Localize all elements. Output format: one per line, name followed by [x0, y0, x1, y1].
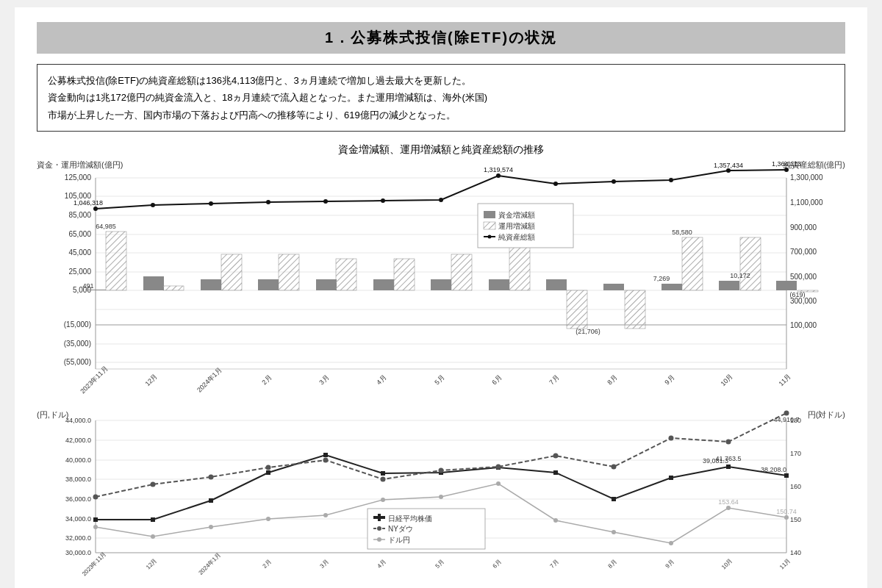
dollar-dot-3 [266, 517, 270, 521]
svg-text:36,000.0: 36,000.0 [65, 495, 91, 503]
shisan-bar-12 [776, 281, 797, 290]
svg-text:150.74: 150.74 [776, 508, 797, 515]
nydow-dot-7 [496, 465, 501, 470]
svg-text:44,000.0: 44,000.0 [65, 417, 91, 424]
svg-text:42,000.0: 42,000.0 [65, 437, 91, 444]
unyou-bar-2 [221, 254, 242, 290]
svg-text:500,000: 500,000 [790, 273, 817, 281]
svg-text:900,000: 900,000 [790, 223, 817, 232]
dollar-dot-7 [496, 481, 501, 486]
svg-text:1,100,000: 1,100,000 [790, 198, 823, 207]
svg-text:6月: 6月 [492, 559, 503, 570]
svg-text:65,000: 65,000 [68, 230, 91, 238]
svg-text:1,357,434: 1,357,434 [714, 162, 743, 169]
svg-text:1,046,318: 1,046,318 [74, 199, 103, 207]
nydow-dot-9 [612, 465, 617, 470]
svg-text:運用増減額: 運用増減額 [498, 222, 535, 230]
shisan-bar-9 [603, 284, 624, 290]
svg-text:12月: 12月 [145, 557, 158, 570]
svg-text:日経平均株価: 日経平均株価 [388, 514, 432, 523]
svg-text:85,000: 85,000 [68, 211, 91, 219]
svg-text:9月: 9月 [663, 374, 675, 387]
dollar-dot-10 [669, 541, 673, 545]
dollar-dot-0 [93, 525, 98, 529]
shisan-bar-11 [719, 281, 739, 290]
svg-text:8月: 8月 [606, 374, 618, 387]
svg-text:10月: 10月 [720, 557, 734, 570]
svg-text:12月: 12月 [144, 373, 159, 388]
svg-text:NYダウ: NYダウ [388, 525, 413, 533]
shisan-bar-1 [143, 276, 164, 290]
chart2-section: (円,ドル) 円(対ドル) [37, 409, 845, 586]
svg-text:125,000: 125,000 [65, 173, 92, 182]
dot-10 [669, 178, 673, 182]
unyou-bar-4 [336, 259, 356, 290]
nikkei-sq-4 [323, 453, 328, 457]
svg-text:491: 491 [82, 282, 93, 290]
svg-point-98 [377, 526, 381, 531]
svg-rect-55 [484, 211, 495, 218]
svg-text:資金増減額: 資金増減額 [498, 211, 535, 219]
nydow-dot-2 [209, 475, 214, 480]
page: 1．公募株式投信(除ETF)の状況 公募株式投信(除ETF)の純資産総額は136… [15, 7, 867, 588]
dollar-dot-9 [612, 530, 616, 534]
svg-text:1,364,113: 1,364,113 [772, 160, 801, 168]
dollar-dot-6 [439, 495, 443, 499]
nikkei-sq-1 [151, 517, 155, 522]
svg-text:8月: 8月 [607, 559, 618, 570]
svg-text:10,172: 10,172 [730, 272, 750, 279]
svg-text:3月: 3月 [318, 374, 330, 387]
svg-text:1,319,574: 1,319,574 [484, 166, 513, 173]
svg-text:170: 170 [790, 450, 801, 457]
nikkei-sq-3 [266, 470, 270, 475]
dot-7 [496, 173, 501, 178]
unyou-bar-3 [279, 254, 299, 290]
junjisan-line [96, 170, 786, 209]
shisan-bar-10 [662, 284, 682, 290]
nikkei-sq-10 [669, 476, 673, 480]
svg-text:25,000: 25,000 [68, 268, 91, 276]
dollar-dot-8 [553, 518, 558, 523]
shisan-bar-7 [489, 279, 509, 290]
dollar-dot-5 [381, 498, 385, 502]
dollar-dot-4 [323, 513, 328, 517]
svg-text:ドル円: ドル円 [388, 536, 410, 544]
dot-2 [209, 201, 213, 206]
dollar-dot-11 [726, 506, 731, 510]
svg-text:3月: 3月 [319, 559, 330, 570]
svg-text:(35,000): (35,000) [64, 340, 91, 348]
unyou-bar-9 [625, 290, 645, 329]
chart1-container: 125,000 105,000 85,000 65,000 45,000 25,… [37, 159, 845, 395]
svg-text:38,000.0: 38,000.0 [65, 476, 91, 483]
svg-text:45,000: 45,000 [68, 248, 91, 257]
svg-text:(21,706): (21,706) [576, 328, 600, 335]
svg-text:(619): (619) [789, 291, 805, 298]
svg-point-101 [377, 537, 381, 542]
nydow-dot-11 [726, 440, 731, 445]
nydow-dot-10 [669, 436, 674, 441]
nydow-dot-4 [323, 458, 329, 463]
nikkei-sq-5 [381, 471, 385, 476]
dot-4 [323, 199, 328, 204]
svg-text:150: 150 [790, 516, 801, 523]
dollar-dot-12 [784, 515, 789, 520]
summary-box: 公募株式投信(除ETF)の純資産総額は136兆4,113億円と、3ヵ月連続で増加… [37, 64, 845, 132]
chart1-section: 資金増減額、運用増減額と純資産総額の推移 資金・運用増減額(億円) 純資産総額(… [37, 143, 845, 395]
svg-text:10月: 10月 [720, 373, 735, 388]
svg-text:11月: 11月 [778, 373, 793, 388]
nydow-dot-3 [266, 465, 271, 470]
svg-text:7月: 7月 [548, 374, 560, 387]
dot-0 [93, 207, 98, 211]
svg-text:4月: 4月 [375, 374, 387, 387]
shisan-bar-5 [373, 279, 394, 290]
dot-5 [381, 198, 385, 203]
unyou-bar-8 [567, 290, 587, 329]
nikkei-sq-2 [209, 498, 213, 503]
svg-text:32,000.0: 32,000.0 [65, 534, 91, 542]
shisan-bar-0 [85, 290, 106, 290]
svg-text:160: 160 [790, 483, 801, 490]
dollar-dot-1 [151, 534, 155, 539]
nydow-dot-6 [439, 468, 444, 473]
svg-text:140: 140 [790, 549, 801, 556]
svg-text:64,985: 64,985 [96, 223, 116, 230]
